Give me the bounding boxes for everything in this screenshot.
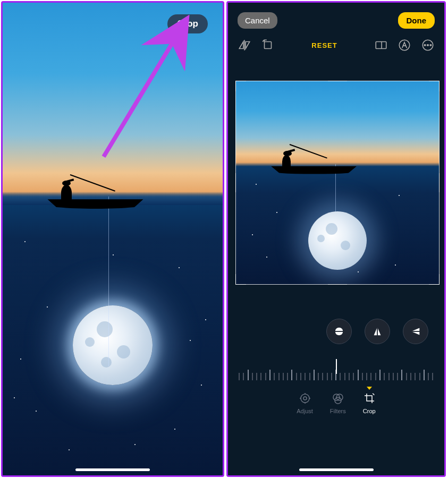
rotate-icon[interactable] (261, 38, 275, 52)
svg-rect-13 (411, 331, 420, 332)
crop-handle-top-right[interactable] (429, 81, 439, 91)
horizontal-perspective-button[interactable] (403, 319, 428, 344)
crop-preview-area (228, 59, 444, 285)
crop-tool-bar: RESET (228, 34, 444, 59)
crop-handle-top[interactable] (328, 81, 347, 81)
ruler-pointer (336, 359, 337, 374)
svg-rect-2 (265, 42, 272, 49)
home-indicator[interactable] (75, 468, 150, 471)
rotate-mode-controls (228, 285, 444, 354)
crop-preview-image[interactable] (235, 81, 439, 285)
svg-point-14 (301, 394, 309, 403)
crop-button[interactable]: Crop (167, 14, 208, 33)
svg-rect-11 (335, 331, 344, 332)
straighten-button[interactable] (326, 319, 352, 344)
crop-handle-top-left[interactable] (235, 81, 246, 91)
wallpaper-scene (3, 3, 223, 475)
top-bar: Cancel Done (228, 3, 444, 34)
svg-point-8 (427, 45, 429, 46)
done-button[interactable]: Done (398, 12, 435, 29)
rotation-ruler[interactable] (239, 361, 434, 380)
crop-handle-bottom-left[interactable] (235, 274, 246, 285)
tab-adjust-label: Adjust (297, 408, 313, 414)
more-icon[interactable] (421, 38, 435, 52)
svg-point-15 (303, 397, 307, 400)
svg-rect-3 (376, 42, 386, 49)
aspect-ratio-icon[interactable] (374, 38, 388, 52)
crop-handle-right[interactable] (439, 173, 439, 192)
home-indicator[interactable] (299, 468, 374, 471)
svg-point-7 (424, 45, 426, 46)
tab-filters-label: Filters (330, 408, 346, 414)
crop-handle-bottom[interactable] (328, 284, 347, 285)
vertical-perspective-button[interactable] (365, 319, 390, 344)
tab-filters[interactable]: Filters (330, 392, 346, 414)
svg-point-9 (430, 45, 432, 46)
tab-crop[interactable]: Crop (363, 392, 376, 414)
crop-handle-bottom-right[interactable] (429, 274, 439, 285)
cancel-button[interactable]: Cancel (238, 12, 277, 29)
tab-adjust[interactable]: Adjust (297, 392, 313, 414)
flip-icon[interactable] (238, 38, 251, 52)
moon-illustration (73, 305, 153, 385)
boat-silhouette (43, 182, 149, 209)
markup-icon[interactable] (398, 38, 411, 52)
svg-rect-12 (377, 327, 378, 336)
crop-handle-left[interactable] (235, 173, 236, 192)
editor-tabs: Adjust Filters Crop (228, 380, 444, 419)
reset-button[interactable]: RESET (311, 41, 337, 49)
right-screenshot-panel: Cancel Done RESET (226, 1, 446, 477)
left-screenshot-panel: Crop (1, 1, 224, 477)
tab-crop-label: Crop (363, 408, 376, 414)
